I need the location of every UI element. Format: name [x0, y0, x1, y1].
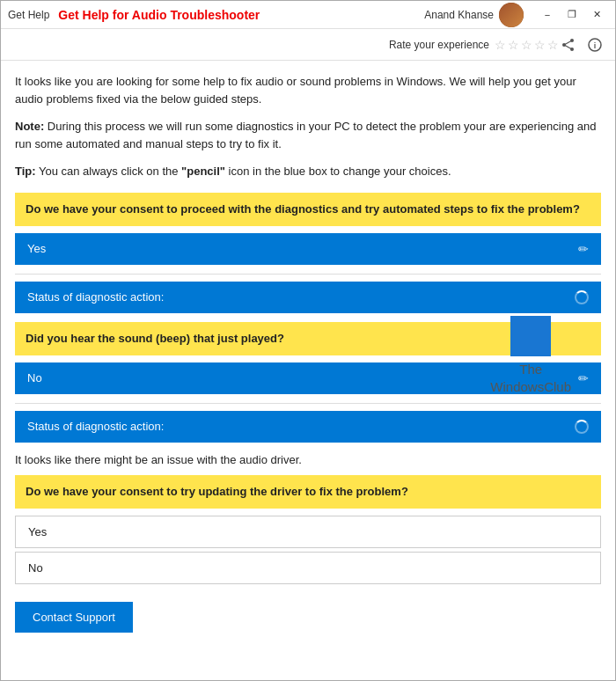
tip-suffix: icon in the blue box to change your choi…: [225, 165, 451, 178]
status-section-1: Status of diagnostic action:: [15, 282, 601, 313]
status-section-2: Status of diagnostic action:: [15, 411, 601, 443]
note-prefix: Note:: [15, 120, 44, 133]
contact-support-button[interactable]: Contact Support: [15, 602, 133, 633]
star-4[interactable]: ☆: [534, 38, 546, 52]
yes-label: Yes: [27, 242, 46, 255]
tip-body: You can always click on the: [36, 165, 182, 178]
rate-label: Rate your experience: [389, 39, 489, 51]
issue-text: It looks like there might be an issue wi…: [15, 453, 601, 466]
star-rating[interactable]: ☆ ☆ ☆ ☆ ☆: [495, 38, 559, 52]
beep-section: Did you hear the sound (beep) that just …: [15, 322, 601, 394]
yes-button[interactable]: Yes ✏: [15, 233, 601, 265]
driver-section: Do we have your consent to try updating …: [15, 475, 601, 584]
info-icon[interactable]: i: [585, 35, 605, 55]
main-content: It looks like you are looking for some h…: [1, 61, 615, 681]
app-title: Get Help for Audio Troubleshooter: [58, 8, 260, 22]
intro-text: It looks like you are looking for some h…: [15, 73, 601, 107]
status-label-2: Status of diagnostic action:: [27, 420, 164, 433]
status-bar-1: Status of diagnostic action:: [15, 282, 601, 313]
status-bar-2: Status of diagnostic action:: [15, 411, 601, 443]
tip-prefix: Tip:: [15, 165, 36, 178]
star-1[interactable]: ☆: [495, 38, 506, 52]
svg-line-3: [564, 40, 572, 45]
title-bar-left: Get Help Get Help for Audio Troubleshoot…: [8, 8, 260, 22]
get-help-menu[interactable]: Get Help: [8, 9, 49, 21]
note-body: During this process we will run some dia…: [15, 120, 596, 150]
toolbar-icons: i: [559, 35, 605, 55]
spinner-1: [575, 290, 589, 304]
svg-line-4: [564, 45, 572, 49]
driver-yes-button[interactable]: Yes: [15, 516, 601, 548]
star-3[interactable]: ☆: [521, 38, 532, 52]
user-name: Anand Khanse: [424, 9, 494, 21]
star-5[interactable]: ☆: [547, 38, 559, 52]
tip-text: Tip: You can always click on the "pencil…: [15, 163, 601, 180]
divider-1: [15, 274, 601, 275]
divider-2: [15, 403, 601, 404]
status-label-1: Status of diagnostic action:: [27, 290, 164, 304]
title-bar-right: Anand Khanse − ❐ ✕: [424, 3, 608, 27]
avatar[interactable]: [499, 3, 524, 27]
note-text: Note: During this process we will run so…: [15, 118, 601, 152]
no-label-1: No: [27, 371, 42, 384]
share-icon[interactable]: [559, 35, 578, 55]
no-button-1[interactable]: No ✏: [15, 362, 601, 394]
toolbar: Rate your experience ☆ ☆ ☆ ☆ ☆ i: [1, 29, 615, 61]
restore-button[interactable]: ❐: [561, 4, 583, 26]
pencil-icon: ✏: [578, 242, 589, 256]
pencil-icon-2: ✏: [578, 371, 589, 385]
consent-question: Do we have your consent to proceed with …: [15, 193, 601, 226]
tip-pencil: "pencil": [181, 165, 225, 178]
driver-question: Do we have your consent to try updating …: [15, 475, 601, 509]
close-button[interactable]: ✕: [585, 4, 608, 26]
minimize-button[interactable]: −: [536, 4, 559, 26]
star-2[interactable]: ☆: [508, 38, 519, 52]
driver-no-button[interactable]: No: [15, 552, 601, 584]
window-controls: − ❐ ✕: [536, 4, 608, 26]
avatar-image: [499, 3, 524, 27]
rate-section: Rate your experience ☆ ☆ ☆ ☆ ☆: [389, 38, 559, 52]
spinner-2: [575, 420, 589, 434]
title-bar: Get Help Get Help for Audio Troubleshoot…: [1, 1, 615, 29]
svg-text:i: i: [594, 41, 597, 50]
beep-question: Did you hear the sound (beep) that just …: [15, 322, 601, 355]
consent-section: Do we have your consent to proceed with …: [15, 193, 601, 265]
